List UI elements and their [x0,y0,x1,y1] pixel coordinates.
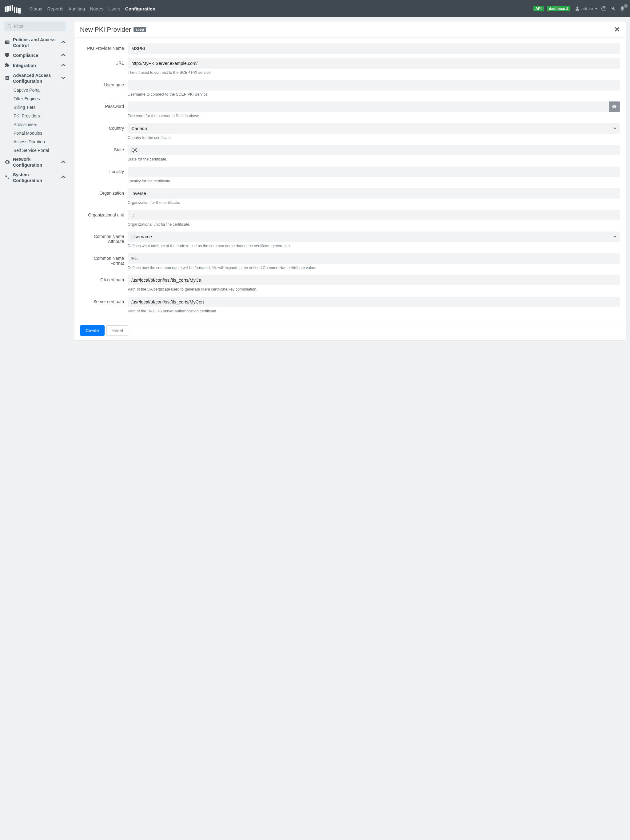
navbar-right: API dashboard admin 3 [533,6,626,12]
nav-auditing[interactable]: Auditing [66,4,87,14]
sub-filter-engines[interactable]: Filter Engines [14,95,65,103]
sub-pki-providers[interactable]: PKI Providers [14,112,65,120]
brand-logo[interactable] [5,4,21,14]
input-org-unit[interactable] [128,210,620,221]
nav-reports[interactable]: Reports [45,4,66,14]
label-organization: Organization [80,188,128,196]
label-org-unit: Organizational unit [80,210,128,217]
shield-icon [4,52,10,59]
help-country: Country for the certificate. [128,135,620,141]
id-card-icon [4,39,10,46]
label-password: Password [80,101,128,109]
label-cn-fmt: Common Name Format [80,253,128,266]
filter-input[interactable] [11,24,62,28]
sub-portal-modules[interactable]: Portal Modules [14,129,65,137]
caret-down-icon [595,7,598,10]
input-state[interactable] [128,145,620,155]
sidebar-section-integration[interactable]: Integration [4,61,65,71]
input-username[interactable] [128,80,620,90]
label-locality: Locality [80,167,128,174]
close-icon[interactable]: ✕ [614,26,620,33]
help-cn-fmt: Defines how the common name will be form… [128,265,620,271]
caret-down-icon [613,234,616,239]
card-header: New PKI Provider scep ✕ [74,22,626,38]
chevron-up-icon [61,160,65,165]
label-url: URL [80,58,128,65]
help-locality: Locality for the certificate. [128,178,620,184]
create-button[interactable]: Create [80,325,104,336]
caret-down-icon [613,126,616,131]
label-ca-cert: CA cert path [80,275,128,282]
svg-rect-5 [14,7,15,13]
sidebar-section-advanced[interactable]: Advanced Access Configuration [4,71,65,86]
card-title: New PKI Provider [80,26,131,33]
sub-access-duration[interactable]: Access Duration [14,137,65,146]
top-navbar: Status Reports Auditing Nodes Users Conf… [0,0,630,17]
card-body: PKI Provider Name URL The url used to co… [74,38,626,321]
svg-rect-14 [7,42,9,43]
svg-rect-4 [12,5,13,11]
sidebar-section-compliance[interactable]: Compliance [4,51,65,61]
sub-captive-portal[interactable]: Captive Portal [14,86,65,95]
select-country[interactable]: Canada [128,123,620,134]
help-organization: Organization for the certificate. [128,200,620,206]
sidebar-section-network[interactable]: Network Configuration [4,155,65,170]
notifications-icon[interactable]: 3 [619,6,625,12]
label-country: Country [80,123,128,131]
svg-point-12 [6,41,7,43]
tools-icon[interactable] [610,6,616,12]
svg-rect-7 [17,8,19,14]
help-cn-attr: Defines what attribute of the node to us… [128,243,620,249]
sidebar-section-system[interactable]: System Configuration [4,170,65,185]
sub-billing-tiers[interactable]: Billing Tiers [14,103,65,112]
svg-rect-1 [6,6,8,12]
reset-button[interactable]: Reset [106,325,128,336]
label-state: State [80,145,128,152]
label-cn-attr: Common Name Attribute [80,232,128,244]
input-ca-cert[interactable] [128,275,620,285]
nav-status[interactable]: Status [27,4,45,14]
label-server-cert: Server cert path [80,297,128,304]
nav-nodes[interactable]: Nodes [87,4,106,14]
nav-configuration[interactable]: Configuration [123,4,158,14]
input-url[interactable] [128,58,620,69]
api-badge[interactable]: API [533,6,544,11]
main-content: New PKI Provider scep ✕ PKI Provider Nam… [70,17,630,840]
label-provider-name: PKI Provider Name [80,43,128,51]
svg-rect-18 [6,77,8,78]
toggle-password-icon[interactable] [609,101,620,112]
nav-links: Status Reports Auditing Nodes Users Conf… [27,4,533,14]
input-password[interactable] [128,101,609,112]
puzzle-icon [4,62,10,69]
input-server-cert[interactable] [128,297,620,307]
sidebar-label: Advanced Access Configuration [13,73,58,84]
filter-box[interactable] [4,22,65,31]
user-name: admin [581,6,593,11]
sidebar-section-policies[interactable]: Policies and Access Control [4,35,65,51]
select-cn-attr[interactable]: Username [128,232,620,242]
select-cn-attr-value: Username [131,234,152,239]
notification-count: 3 [624,4,628,8]
input-organization[interactable] [128,188,620,199]
chevron-down-icon [61,76,65,81]
help-icon[interactable] [601,6,607,12]
help-ca-cert: Path of the CA certificate used to gener… [128,287,620,292]
gears-icon [4,174,10,181]
input-locality[interactable] [128,167,620,177]
svg-rect-16 [6,75,8,76]
chevron-up-icon [61,63,65,68]
sidebar-sub-advanced: Captive Portal Filter Engines Billing Ti… [4,86,65,155]
sub-provisioners[interactable]: Provisioners [14,120,65,129]
svg-point-10 [603,9,604,10]
sub-self-service[interactable]: Self Service Portal [14,146,65,155]
sidebar-label: System Configuration [13,172,58,183]
clipboard-icon [4,75,10,82]
svg-rect-13 [7,41,9,42]
input-provider-name[interactable] [128,43,620,54]
nav-users[interactable]: Users [106,4,123,14]
input-cn-fmt[interactable] [128,253,620,264]
user-menu[interactable]: admin [575,6,598,11]
dashboard-badge[interactable]: dashboard [547,6,570,11]
chevron-up-icon [61,40,65,45]
gear-icon [4,159,10,166]
